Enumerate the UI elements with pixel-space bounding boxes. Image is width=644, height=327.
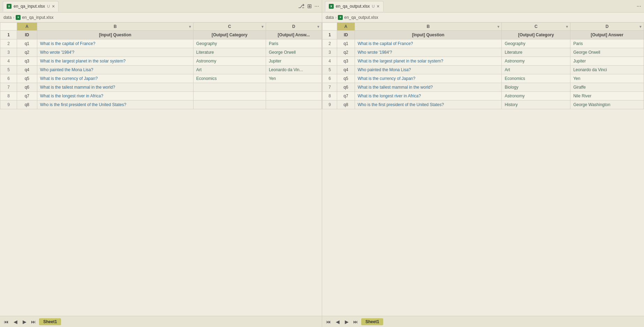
right-cell-question[interactable]: Who wrote '1984'?: [355, 48, 502, 57]
left-cell-category[interactable]: Astronomy: [193, 57, 266, 66]
right-table-row[interactable]: 4 q3 What is the largest planet in the s…: [323, 57, 644, 66]
right-cell-category[interactable]: Astronomy: [502, 57, 570, 66]
right-col-a-header[interactable]: A: [337, 23, 355, 31]
left-col-a-header[interactable]: A: [17, 23, 37, 31]
right-cell-answer[interactable]: George Orwell: [570, 48, 644, 57]
left-tab[interactable]: X en_qa_input.xlsx U ×: [3, 1, 59, 12]
right-cell-category[interactable]: Art: [502, 66, 570, 74]
right-cell-answer[interactable]: George Washington: [570, 101, 644, 109]
right-col-d-header[interactable]: D ▼: [570, 23, 644, 31]
right-cell-id[interactable]: q8: [337, 101, 355, 109]
right-table-row[interactable]: 9 q8 Who is the first president of the U…: [323, 101, 644, 109]
right-cell-question[interactable]: What is the largest planet in the solar …: [355, 57, 502, 66]
left-table-row[interactable]: 3 q2 Who wrote '1984'? Literature George…: [0, 48, 322, 57]
right-cell-question[interactable]: What is the capital of France?: [355, 39, 502, 48]
left-table-row[interactable]: 5 q4 Who painted the Mona Lisa? Art Leon…: [0, 66, 322, 74]
left-cell-answer[interactable]: Yen: [266, 74, 321, 83]
left-cell-id[interactable]: q4: [17, 66, 37, 74]
right-cell-answer[interactable]: Giraffe: [570, 83, 644, 92]
left-tab-close[interactable]: ×: [52, 4, 55, 9]
right-cell-question[interactable]: What is the currency of Japan?: [355, 74, 502, 83]
right-cell-question[interactable]: Who painted the Mona Lisa?: [355, 66, 502, 74]
right-cell-id[interactable]: q2: [337, 48, 355, 57]
right-cell-id[interactable]: q7: [337, 92, 355, 101]
left-nav-first[interactable]: ⏮: [3, 318, 10, 325]
filter-c-right[interactable]: ▼: [565, 25, 569, 29]
left-table-row[interactable]: 9 q8 Who is the first president of the U…: [0, 101, 322, 109]
right-cell-answer[interactable]: Paris: [570, 39, 644, 48]
right-tab[interactable]: X en_qa_output.xlsx U ×: [325, 1, 384, 12]
right-cell-question[interactable]: What is the longest river in Africa?: [355, 92, 502, 101]
left-cell-question[interactable]: What is the largest planet in the solar …: [37, 57, 193, 66]
left-cell-id[interactable]: q8: [17, 101, 37, 109]
left-cell-question[interactable]: What is the capital of France?: [37, 39, 193, 48]
right-cell-category[interactable]: Astronomy: [502, 92, 570, 101]
right-tab-close[interactable]: ×: [377, 4, 379, 9]
left-cell-answer[interactable]: Leonardo da Vin...: [266, 66, 321, 74]
right-cell-question[interactable]: What is the tallest mammal in the world?: [355, 83, 502, 92]
right-cell-category[interactable]: Literature: [502, 48, 570, 57]
left-table-row[interactable]: 8 q7 What is the longest river in Africa…: [0, 92, 322, 101]
right-table-row[interactable]: 7 q6 What is the tallest mammal in the w…: [323, 83, 644, 92]
left-cell-category[interactable]: Art: [193, 66, 266, 74]
filter-b-left[interactable]: ▼: [188, 25, 192, 29]
left-table-row[interactable]: 2 q1 What is the capital of France? Geog…: [0, 39, 322, 48]
more-icon-left[interactable]: ···: [315, 3, 319, 9]
left-cell-answer[interactable]: [266, 83, 321, 92]
left-cell-id[interactable]: q2: [17, 48, 37, 57]
right-table-row[interactable]: 8 q7 What is the longest river in Africa…: [323, 92, 644, 101]
right-nav-last[interactable]: ⏭: [352, 318, 359, 325]
right-col-b-header[interactable]: B ▼: [355, 23, 502, 31]
left-cell-id[interactable]: q5: [17, 74, 37, 83]
right-cell-answer[interactable]: Yen: [570, 74, 644, 83]
right-table-row[interactable]: 6 q5 What is the currency of Japan? Econ…: [323, 74, 644, 83]
left-cell-question[interactable]: What is the currency of Japan?: [37, 74, 193, 83]
left-cell-answer[interactable]: [266, 92, 321, 101]
right-cell-category[interactable]: Geography: [502, 39, 570, 48]
left-nav-last[interactable]: ⏭: [30, 318, 37, 325]
left-cell-answer[interactable]: Paris: [266, 39, 321, 48]
right-table-row[interactable]: 2 q1 What is the capital of France? Geog…: [323, 39, 644, 48]
right-table-row[interactable]: 3 q2 Who wrote '1984'? Literature George…: [323, 48, 644, 57]
right-cell-answer[interactable]: Leonardo da Vinci: [570, 66, 644, 74]
right-cell-id[interactable]: q1: [337, 39, 355, 48]
left-nav-next[interactable]: ▶: [21, 318, 28, 325]
right-cell-id[interactable]: q3: [337, 57, 355, 66]
right-table-row[interactable]: 5 q4 Who painted the Mona Lisa? Art Leon…: [323, 66, 644, 74]
left-cell-id[interactable]: q7: [17, 92, 37, 101]
right-col-c-header[interactable]: C ▼: [502, 23, 570, 31]
right-cell-id[interactable]: q4: [337, 66, 355, 74]
right-cell-question[interactable]: Who is the first president of the United…: [355, 101, 502, 109]
right-cell-category[interactable]: Biology: [502, 83, 570, 92]
left-cell-question[interactable]: What is the tallest mammal in the world?: [37, 83, 193, 92]
right-cell-id[interactable]: q6: [337, 83, 355, 92]
left-col-d-header[interactable]: D ▼: [266, 23, 321, 31]
right-spreadsheet[interactable]: A B ▼ C ▼ D ▼ 1 ID: [322, 22, 644, 316]
right-cell-category[interactable]: Economics: [502, 74, 570, 83]
left-table-row[interactable]: 6 q5 What is the currency of Japan? Econ…: [0, 74, 322, 83]
right-nav-first[interactable]: ⏮: [325, 318, 332, 325]
filter-c-left[interactable]: ▼: [261, 25, 264, 29]
right-cell-category[interactable]: History: [502, 101, 570, 109]
left-cell-id[interactable]: q6: [17, 83, 37, 92]
left-cell-category[interactable]: [193, 83, 266, 92]
split-icon[interactable]: ⊞: [307, 3, 312, 9]
left-sheet-tab[interactable]: Sheet1: [39, 318, 61, 325]
left-cell-question[interactable]: Who is the first president of the United…: [37, 101, 193, 109]
left-col-c-header[interactable]: C ▼: [193, 23, 266, 31]
left-nav-prev[interactable]: ◀: [12, 318, 19, 325]
branch-icon[interactable]: ⎇: [298, 3, 304, 9]
left-cell-category[interactable]: Economics: [193, 74, 266, 83]
left-cell-category[interactable]: Geography: [193, 39, 266, 48]
right-nav-prev[interactable]: ◀: [334, 318, 341, 325]
left-cell-category[interactable]: Literature: [193, 48, 266, 57]
more-icon-right[interactable]: ···: [637, 3, 641, 9]
left-col-b-header[interactable]: B ▼: [37, 23, 193, 31]
left-cell-id[interactable]: q1: [17, 39, 37, 48]
left-cell-category[interactable]: [193, 92, 266, 101]
left-cell-answer[interactable]: George Orwell: [266, 48, 321, 57]
right-sheet-tab[interactable]: Sheet1: [361, 318, 383, 325]
left-table-row[interactable]: 7 q6 What is the tallest mammal in the w…: [0, 83, 322, 92]
left-table-row[interactable]: 4 q3 What is the largest planet in the s…: [0, 57, 322, 66]
left-cell-question[interactable]: Who painted the Mona Lisa?: [37, 66, 193, 74]
